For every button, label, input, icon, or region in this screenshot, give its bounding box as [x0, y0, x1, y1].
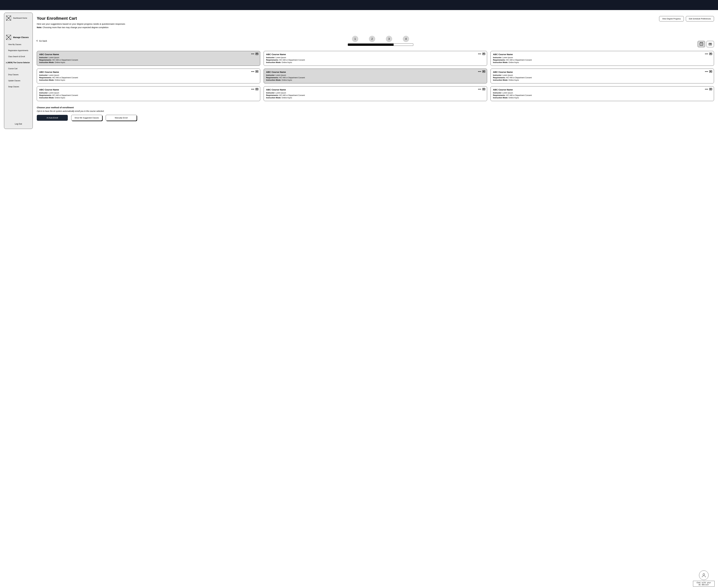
- course-instructor: Instructor: Lorem Ipsum: [493, 92, 712, 94]
- sidebar-sub-item[interactable]: Course Cart: [8, 68, 30, 70]
- more-icon[interactable]: •••: [478, 70, 481, 73]
- progress-fill: [348, 44, 394, 46]
- more-icon[interactable]: •••: [251, 52, 254, 55]
- course-cards-grid: ••• ABC Course Name Instructor: Lorem Ip…: [37, 51, 714, 101]
- card-icon[interactable]: [709, 88, 712, 90]
- page-subtitle: Here are your suggestions based on your …: [37, 23, 125, 25]
- step-circle[interactable]: 2: [369, 36, 375, 42]
- course-mode: Instruction Mode: Online Async: [266, 61, 485, 63]
- sidebar-sub-item[interactable]: Registration Appointments: [8, 49, 30, 51]
- go-back-link[interactable]: Go back: [37, 40, 47, 42]
- course-card[interactable]: ••• ABC Course Name Instructor: Lorem Ip…: [491, 51, 714, 66]
- course-mode: Instruction Mode: Online Async: [493, 79, 712, 81]
- sidebar-logout[interactable]: Log Out: [4, 120, 33, 126]
- course-requirements: Requirements: HCI 440 or Department Cons…: [493, 77, 712, 79]
- course-title: ABC Course Name: [493, 53, 712, 56]
- course-requirements: Requirements: HCI 440 or Department Cons…: [266, 77, 485, 79]
- more-icon[interactable]: •••: [705, 70, 708, 73]
- course-requirements: Requirements: HCI 440 or Department Cons…: [266, 94, 485, 96]
- manually-enroll-button[interactable]: Manually Enroll: [106, 115, 137, 121]
- top-bar: [0, 0, 718, 10]
- more-icon[interactable]: •••: [251, 88, 254, 90]
- card-icon[interactable]: [483, 70, 485, 72]
- course-card[interactable]: ••• ABC Course Name Instructor: Lorem Ip…: [37, 86, 260, 101]
- course-card[interactable]: ••• ABC Course Name Instructor: Lorem Ip…: [37, 69, 260, 83]
- sidebar-item-manage[interactable]: Manage Classes: [6, 35, 30, 40]
- card-icon[interactable]: [709, 70, 712, 72]
- card-icon[interactable]: [255, 53, 258, 55]
- course-card[interactable]: ••• ABC Course Name Instructor: Lorem Ip…: [37, 51, 260, 66]
- course-requirements: Requirements: HCI 440 or Department Cons…: [493, 59, 712, 61]
- enroll-subheading: Opt-in to have the AI system automatical…: [37, 110, 714, 112]
- card-icon[interactable]: [255, 70, 258, 72]
- more-icon[interactable]: •••: [705, 52, 708, 55]
- card-icon[interactable]: [709, 53, 712, 55]
- course-title: ABC Course Name: [39, 53, 258, 56]
- card-icon: [709, 43, 712, 45]
- card-icon[interactable]: [483, 53, 485, 55]
- course-instructor: Instructor: Lorem Ipsum: [39, 57, 258, 59]
- course-mode: Instruction Mode: Online Async: [39, 97, 258, 99]
- placeholder-icon: [6, 35, 11, 40]
- step-circle[interactable]: 4: [403, 36, 409, 42]
- course-instructor: Instructor: Lorem Ipsum: [493, 57, 712, 59]
- more-icon[interactable]: •••: [705, 88, 708, 90]
- course-title: ABC Course Name: [266, 53, 485, 56]
- course-mode: Instruction Mode: Online Async: [266, 79, 485, 81]
- course-instructor: Instructor: Lorem Ipsum: [266, 92, 485, 94]
- main-content: Your Enrollment Cart Here are your sugge…: [37, 13, 714, 129]
- card-icon[interactable]: [483, 88, 485, 90]
- chevron-right-icon: [5, 62, 7, 63]
- course-title: ABC Course Name: [493, 71, 712, 74]
- course-instructor: Instructor: Lorem Ipsum: [39, 74, 258, 76]
- view-degree-progress-button[interactable]: View Degree Progress: [659, 16, 684, 21]
- course-instructor: Instructor: Lorem Ipsum: [266, 74, 485, 76]
- course-requirements: Requirements: HCI 440 or Department Cons…: [39, 94, 258, 96]
- course-card[interactable]: ••• ABC Course Name Instructor: Lorem Ip…: [491, 69, 714, 83]
- sidebar-sub-item[interactable]: Drop Classes: [8, 74, 30, 76]
- card-icon[interactable]: [255, 88, 258, 90]
- sidebar-item-dashboard[interactable]: Dashboard Home: [6, 16, 30, 21]
- sidebar-sub-item[interactable]: Update Classes: [8, 80, 30, 82]
- more-icon[interactable]: •••: [251, 70, 254, 73]
- ai-auto-enroll-button[interactable]: AI Auto-Enroll: [37, 115, 68, 121]
- sidebar-sub-item[interactable]: Class Search & Enroll: [8, 56, 30, 58]
- sidebar-sub-item[interactable]: (NEW) The Course Selector: [6, 62, 30, 64]
- course-title: ABC Course Name: [39, 71, 258, 74]
- course-mode: Instruction Mode: Online Async: [493, 61, 712, 63]
- course-card[interactable]: ••• ABC Course Name Instructor: Lorem Ip…: [264, 86, 487, 101]
- course-mode: Instruction Mode: Online Async: [39, 61, 258, 63]
- step-circle[interactable]: 3: [386, 36, 392, 42]
- course-title: ABC Course Name: [266, 71, 485, 74]
- course-title: ABC Course Name: [39, 88, 258, 91]
- course-instructor: Instructor: Lorem Ipsum: [266, 57, 485, 59]
- show-suggested-classes-button[interactable]: Show Me Suggested Classes: [71, 115, 102, 121]
- course-title: ABC Course Name: [266, 88, 485, 91]
- progress-bar: [348, 43, 413, 46]
- course-instructor: Instructor: Lorem Ipsum: [39, 92, 258, 94]
- course-mode: Instruction Mode: Online Async: [266, 97, 485, 99]
- course-card[interactable]: ••• ABC Course Name Instructor: Lorem Ip…: [491, 86, 714, 101]
- course-requirements: Requirements: HCI 440 or Department Cons…: [266, 59, 485, 61]
- course-requirements: Requirements: HCI 440 or Department Cons…: [39, 77, 258, 79]
- calendar-plus-icon: [700, 43, 703, 45]
- page-title: Your Enrollment Cart: [37, 16, 125, 21]
- more-icon[interactable]: •••: [478, 52, 481, 55]
- course-card[interactable]: ••• ABC Course Name Instructor: Lorem Ip…: [264, 51, 487, 66]
- sidebar-sub-item[interactable]: Swap Classes: [8, 86, 30, 88]
- sidebar-label-dashboard: Dashboard Home: [13, 17, 27, 19]
- course-requirements: Requirements: HCI 440 or Department Cons…: [39, 59, 258, 61]
- card-view-toggle[interactable]: [706, 41, 714, 47]
- calendar-view-toggle[interactable]: [698, 41, 705, 47]
- edit-schedule-preferences-button[interactable]: Edit Schedule Preferences: [686, 16, 714, 21]
- course-card[interactable]: ••• ABC Course Name Instructor: Lorem Ip…: [264, 69, 487, 83]
- page-note: Note: Choosing more than two may change …: [37, 26, 125, 28]
- sidebar-sub-item[interactable]: View My Classes: [8, 43, 30, 45]
- sidebar-label-manage: Manage Classes: [13, 36, 29, 39]
- more-icon[interactable]: •••: [478, 88, 481, 90]
- enroll-heading: Choose your method of enrollment: [37, 106, 714, 109]
- course-requirements: Requirements: HCI 440 or Department Cons…: [493, 94, 712, 96]
- sidebar: Dashboard Home Manage Classes View My Cl…: [4, 13, 33, 129]
- step-circle[interactable]: 1: [352, 36, 358, 42]
- sidebar-submenu: View My ClassesRegistration Appointments…: [4, 43, 33, 88]
